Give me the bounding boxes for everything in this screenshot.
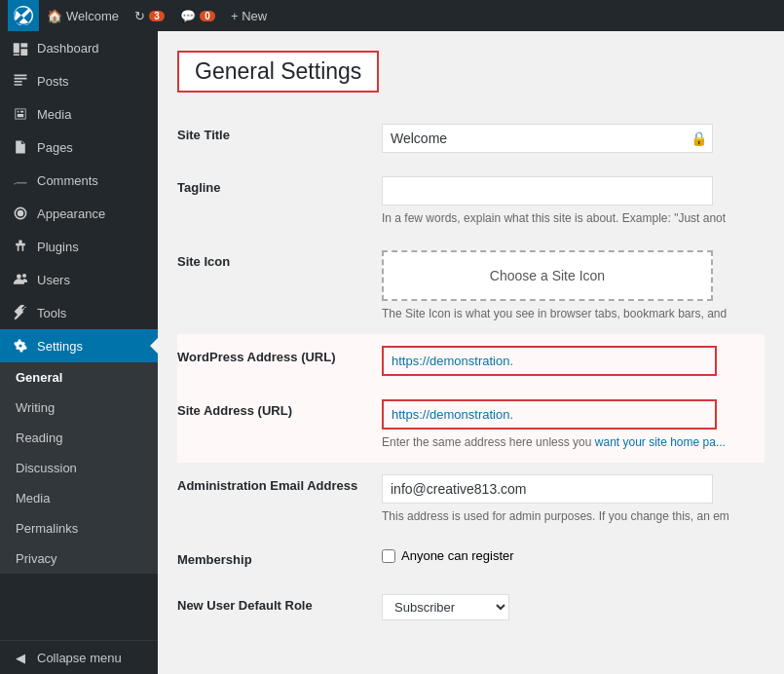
layout: Dashboard Posts Media Pages Comments — [0, 31, 784, 674]
default-role-row: New User Default Role Subscriber Contrib… — [177, 582, 765, 632]
site-address-desc-link[interactable]: want your site home pa... — [595, 435, 726, 449]
sidebar-item-dashboard[interactable]: Dashboard — [0, 31, 158, 64]
posts-icon — [12, 72, 29, 90]
admin-email-row: Administration Email Address This addres… — [177, 463, 765, 537]
sidebar-item-pages[interactable]: Pages — [0, 131, 158, 164]
submenu-reading[interactable]: Reading — [0, 423, 158, 453]
media-label: Media — [37, 107, 71, 122]
wp-logo[interactable] — [8, 0, 39, 31]
membership-label: Membership — [177, 552, 252, 567]
new-label: + New — [231, 9, 267, 23]
writing-label: Writing — [16, 400, 55, 415]
default-role-label: New User Default Role — [177, 598, 313, 613]
appearance-icon — [12, 205, 29, 222]
wp-address-label: WordPress Address (URL) — [177, 350, 336, 364]
tagline-label: Tagline — [177, 180, 221, 195]
media-icon — [12, 105, 29, 123]
posts-label: Posts — [37, 74, 69, 89]
dashboard-label: Dashboard — [37, 41, 99, 56]
site-title-row: Site Title 🔒 — [177, 112, 765, 165]
choose-site-icon-button[interactable]: Choose a Site Icon — [382, 250, 713, 301]
sidebar-item-media[interactable]: Media — [0, 97, 158, 131]
comment-icon: 💬 — [180, 9, 196, 23]
submenu-privacy[interactable]: Privacy — [0, 543, 158, 574]
collapse-label: Collapse menu — [37, 651, 122, 665]
settings-submenu: General Writing Reading Discussion Media… — [0, 362, 158, 574]
wp-address-row: WordPress Address (URL) — [177, 334, 765, 388]
appearance-label: Appearance — [37, 206, 105, 221]
admin-bar-site[interactable]: 🏠 Welcome — [39, 0, 127, 31]
update-icon: ↻ — [134, 9, 145, 23]
pages-icon — [12, 138, 29, 156]
comments-label: Comments — [37, 173, 98, 188]
tagline-row: Tagline In a few words, explain what thi… — [177, 165, 765, 239]
membership-checkbox[interactable] — [382, 549, 395, 563]
comments-sidebar-icon — [12, 171, 29, 189]
site-address-desc-text: Enter the same address here unless you — [382, 435, 591, 449]
admin-bar-comments[interactable]: 💬 0 — [172, 0, 223, 31]
site-address-desc: Enter the same address here unless you w… — [382, 433, 755, 451]
admin-email-label: Administration Email Address — [177, 478, 357, 493]
sidebar-item-users[interactable]: Users — [0, 263, 158, 296]
choose-site-icon-label: Choose a Site Icon — [490, 268, 605, 283]
reading-label: Reading — [16, 431, 62, 445]
site-address-field-wrap — [382, 399, 717, 430]
sidebar-item-posts[interactable]: Posts — [0, 64, 158, 97]
site-title-input[interactable] — [382, 124, 713, 153]
site-title-icon: 🔒 — [691, 131, 707, 146]
tagline-input[interactable] — [382, 176, 713, 206]
site-icon-row: Site Icon Choose a Site Icon The Site Ic… — [177, 239, 765, 334]
settings-icon — [12, 337, 29, 355]
submenu-media[interactable]: Media — [0, 483, 158, 513]
membership-checkbox-label[interactable]: Anyone can register — [382, 548, 755, 563]
submenu-writing[interactable]: Writing — [0, 393, 158, 423]
sidebar-item-tools[interactable]: Tools — [0, 296, 158, 329]
membership-checkbox-text: Anyone can register — [401, 548, 514, 563]
tools-label: Tools — [37, 306, 66, 320]
tagline-desc: In a few words, explain what this site i… — [382, 209, 755, 227]
comments-badge: 0 — [200, 11, 215, 21]
updates-badge: 3 — [149, 11, 165, 21]
plugins-label: Plugins — [37, 240, 79, 254]
discussion-label: Discussion — [16, 461, 77, 475]
site-address-label: Site Address (URL) — [177, 403, 292, 418]
submenu-media-label: Media — [16, 491, 50, 506]
sidebar-item-comments[interactable]: Comments — [0, 164, 158, 197]
submenu-permalinks[interactable]: Permalinks — [0, 513, 158, 543]
page-title-box: General Settings — [177, 51, 379, 93]
submenu-general[interactable]: General — [0, 362, 158, 393]
submenu-discussion[interactable]: Discussion — [0, 453, 158, 483]
sidebar-item-plugins[interactable]: Plugins — [0, 230, 158, 263]
membership-row: Membership Anyone can register — [177, 537, 765, 582]
main-content: General Settings Site Title 🔒 — [158, 31, 784, 674]
settings-form: Site Title 🔒 Tagline — [177, 112, 765, 632]
admin-bar-new[interactable]: + New — [223, 0, 275, 31]
wp-address-field-wrap — [382, 346, 717, 376]
admin-email-input[interactable] — [382, 474, 713, 504]
users-label: Users — [37, 273, 70, 287]
pages-label: Pages — [37, 140, 73, 155]
sidebar-item-settings[interactable]: Settings — [0, 329, 158, 362]
general-label: General — [16, 370, 62, 385]
admin-bar-site-name: Welcome — [66, 9, 119, 23]
site-title-label: Site Title — [177, 128, 230, 142]
settings-label: Settings — [37, 339, 83, 354]
collapse-icon: ◀ — [12, 649, 29, 666]
default-role-select[interactable]: Subscriber Contributor Author Editor Adm… — [382, 594, 509, 620]
users-icon — [12, 271, 29, 288]
site-address-row: Site Address (URL) Enter the same addres… — [177, 388, 765, 463]
collapse-menu-button[interactable]: ◀ Collapse menu — [0, 641, 158, 674]
settings-arrow — [150, 338, 158, 354]
plugins-icon — [12, 238, 29, 255]
permalinks-label: Permalinks — [16, 521, 78, 536]
site-address-input[interactable] — [384, 401, 715, 428]
wp-address-input[interactable] — [384, 348, 715, 374]
privacy-label: Privacy — [16, 551, 57, 566]
sidebar-item-appearance[interactable]: Appearance — [0, 197, 158, 230]
dashboard-icon — [12, 39, 29, 56]
svg-point-0 — [17, 274, 21, 279]
svg-point-1 — [22, 274, 26, 278]
admin-bar-updates[interactable]: ↻ 3 — [127, 0, 172, 31]
admin-bar: 🏠 Welcome ↻ 3 💬 0 + New — [0, 0, 784, 31]
tools-icon — [12, 304, 29, 321]
